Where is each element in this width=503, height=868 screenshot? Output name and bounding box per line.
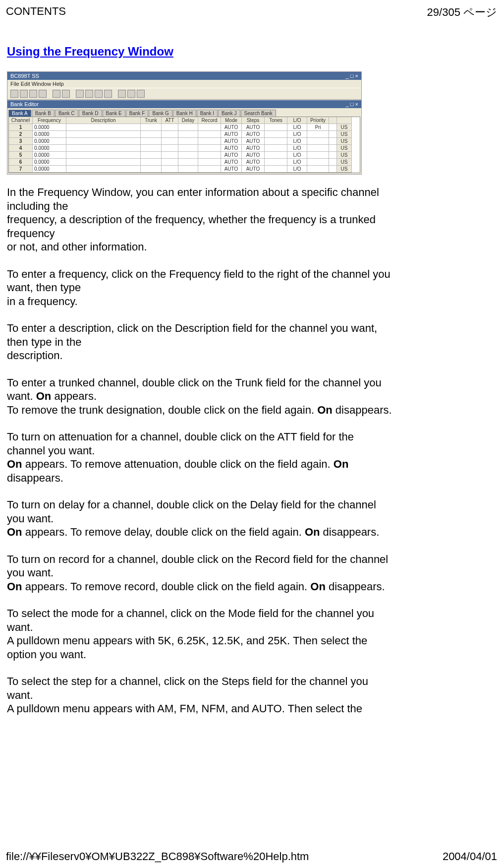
cell: [198, 152, 221, 159]
cell: [178, 145, 198, 152]
cell: US: [337, 166, 352, 173]
table-row: 60.0000AUTOAUTOL/OUS: [9, 159, 360, 166]
cell: [307, 152, 329, 159]
cell: AUTO: [221, 138, 242, 145]
cell: L/O: [287, 159, 307, 166]
column-header: Tones: [265, 117, 287, 124]
cell: L/O: [287, 124, 307, 131]
column-header: Steps: [242, 117, 265, 124]
body-text-bold: On: [305, 526, 320, 538]
cell: AUTO: [242, 131, 265, 138]
column-header: [337, 117, 352, 124]
subwindow-controls-icon: _ □ ×: [346, 101, 358, 107]
bank-tabs: Bank ABank BBank CBank DBank EBank FBank…: [7, 108, 361, 117]
body-text-bold: On: [310, 580, 326, 593]
cell: [162, 131, 178, 138]
toolbar-icon: [95, 90, 103, 98]
cell: [307, 145, 329, 152]
cell: 3: [9, 138, 33, 145]
scrollbar-icon: [329, 117, 337, 124]
body-text: appears. To remove record, double click …: [22, 580, 311, 593]
section-title-link[interactable]: Using the Frequency Window: [7, 45, 173, 58]
body-text: description.: [7, 349, 63, 362]
column-header: Frequency: [33, 117, 66, 124]
cell: [162, 152, 178, 159]
body-text: appears. To remove delay, double click o…: [22, 526, 305, 538]
table-row: 70.0000AUTOAUTOL/OUS: [9, 166, 360, 173]
cell: 0.0000: [33, 166, 66, 173]
body-text: To select the step for a channel, click …: [7, 675, 368, 701]
body-text: disappears.: [333, 404, 392, 416]
column-header: Priority: [307, 117, 329, 124]
cell: [178, 124, 198, 131]
body-text-bold: On: [36, 390, 52, 402]
cell: US: [337, 145, 352, 152]
bank-tab: Bank E: [103, 110, 125, 117]
cell: 7: [9, 166, 33, 173]
body-text: To select the mode for a channel, click …: [7, 607, 374, 633]
cell: L/O: [287, 166, 307, 173]
body-text: disappears.: [320, 526, 379, 538]
column-header: Record: [198, 117, 221, 124]
column-header: Delay: [178, 117, 198, 124]
cell: [265, 145, 287, 152]
cell: [178, 131, 198, 138]
cell: US: [337, 124, 352, 131]
cell: [141, 152, 162, 159]
body-text: appears. To remove attenuation, double c…: [22, 458, 334, 470]
cell: [265, 124, 287, 131]
table-row: 40.0000AUTOAUTOL/OUS: [9, 145, 360, 152]
window-controls-icon: _ □ ×: [346, 73, 358, 79]
bank-tab: Bank A: [8, 110, 31, 117]
cell: [178, 166, 198, 173]
cell: [198, 166, 221, 173]
cell: 2: [9, 131, 33, 138]
body-text: disappears.: [7, 472, 63, 484]
cell: [198, 131, 221, 138]
column-header: Trunk: [141, 117, 162, 124]
cell: [66, 131, 141, 138]
bank-tab: Bank C: [55, 110, 78, 117]
header-right: 29/305 ページ: [427, 5, 497, 20]
cell: [178, 152, 198, 159]
toolbar-icon: [29, 90, 37, 98]
body-text: To turn on attenuation for a channel, do…: [7, 431, 354, 457]
toolbar-icon: [76, 90, 84, 98]
cell: US: [337, 159, 352, 166]
cell: 1: [9, 124, 33, 131]
toolbar-icon: [53, 90, 60, 98]
cell: [265, 159, 287, 166]
cell: L/O: [287, 152, 307, 159]
cell: 4: [9, 145, 33, 152]
body-text: To turn on record for a channel, double …: [7, 553, 388, 579]
cell: 0.0000: [33, 145, 66, 152]
cell: AUTO: [221, 159, 242, 166]
cell: L/O: [287, 138, 307, 145]
table-row: 30.0000AUTOAUTOL/OUS: [9, 138, 360, 145]
footer-left: file://¥¥Fileserv0¥OM¥UB322Z_BC898¥Softw…: [6, 850, 309, 863]
cell: AUTO: [242, 152, 265, 159]
toolbar-icon: [104, 90, 112, 98]
body-text: disappears.: [326, 580, 385, 593]
table-row: 50.0000AUTOAUTOL/OUS: [9, 152, 360, 159]
cell: 0.0000: [33, 124, 66, 131]
cell: [265, 138, 287, 145]
bank-tab: Bank G: [149, 110, 172, 117]
body-text: A pulldown menu appears with AM, FM, NFM…: [7, 702, 362, 715]
cell: AUTO: [242, 166, 265, 173]
bank-tab: Bank I: [197, 110, 218, 117]
body-text-bold: On: [317, 404, 333, 416]
bank-tab: Search Bank: [241, 110, 276, 117]
cell: [265, 166, 287, 173]
cell: [66, 159, 141, 166]
body-text: A pulldown menu appears with 5K, 6.25K, …: [7, 634, 367, 661]
cell: [141, 145, 162, 152]
toolbar-icon: [20, 90, 28, 98]
cell: [66, 152, 141, 159]
cell: L/O: [287, 131, 307, 138]
cell: AUTO: [242, 138, 265, 145]
cell: [307, 131, 329, 138]
cell: [141, 138, 162, 145]
body-text-bold: On: [334, 458, 349, 470]
subwindow-title: Bank Editor: [10, 101, 39, 107]
